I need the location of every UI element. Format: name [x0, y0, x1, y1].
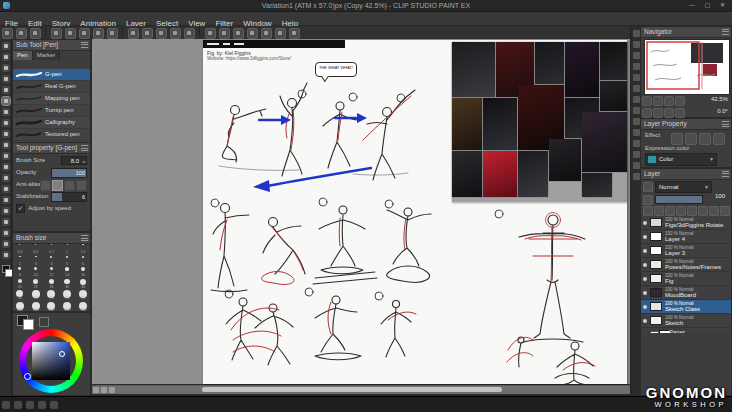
brush-size-preset-4[interactable]: 4 — [44, 255, 60, 267]
brush-item-real-g-pen[interactable]: Real G-pen — [13, 81, 90, 93]
hue-ring[interactable] — [19, 329, 83, 393]
zoom-tool-icon[interactable] — [2, 251, 10, 259]
brush-size-preset-20[interactable]: 20 — [12, 278, 28, 290]
brush-size-preset-6[interactable]: 6 — [75, 255, 91, 267]
ruler-tool-icon[interactable] — [2, 218, 10, 226]
lock-layer-icon[interactable] — [698, 206, 708, 216]
snap-to-special-ruler-icon[interactable] — [233, 28, 244, 39]
decoration-tool-icon[interactable] — [2, 141, 10, 149]
extract-line-effect-icon[interactable] — [713, 133, 725, 145]
canvas-page[interactable]: Fig. by: Kiel Figgins Website: https://w… — [203, 40, 627, 384]
layer-visibility-eye-icon[interactable] — [643, 333, 647, 334]
layer-row-figs-3dfiggins-rotate[interactable]: 100 % NormalFigs/3dFiggins Rotate — [641, 216, 731, 230]
sv-marker[interactable] — [59, 351, 65, 357]
minimize-button[interactable]: — — [689, 2, 699, 8]
pencil-tool-icon[interactable] — [2, 108, 10, 116]
dock-navigator-icon[interactable] — [633, 52, 640, 59]
brush-size-preset-14[interactable]: 14 — [59, 266, 75, 278]
panel-menu-icon[interactable] — [722, 29, 729, 35]
layer-visibility-eye-icon[interactable] — [643, 235, 647, 239]
zoom-in-icon[interactable] — [664, 96, 674, 106]
dock-layer-icon[interactable] — [633, 107, 640, 114]
new-raster-layer-icon[interactable] — [643, 206, 653, 216]
tool-main-sub-colors[interactable] — [2, 265, 10, 275]
panel-menu-icon[interactable] — [81, 42, 88, 48]
panel-menu-icon[interactable] — [722, 171, 729, 177]
brush-size-preset-60[interactable]: 60 — [28, 289, 44, 301]
zoom-in-icon[interactable] — [142, 28, 153, 39]
brush-size-preset-1[interactable]: 1 — [59, 243, 75, 255]
brush-size-preset-1-5[interactable]: 1.5 — [75, 243, 91, 255]
panel-menu-icon[interactable] — [722, 121, 729, 127]
dock-layer-property-icon[interactable] — [633, 118, 640, 125]
brush-item-g-pen[interactable]: G-pen — [13, 69, 90, 81]
clip-to-layer-below-icon[interactable] — [687, 206, 697, 216]
layer-visibility-eye-icon[interactable] — [643, 305, 647, 309]
dock-quick-access-icon[interactable] — [633, 30, 640, 37]
flip-view-icon[interactable] — [275, 28, 286, 39]
snap-to-ruler-icon[interactable] — [219, 28, 230, 39]
brush-size-preset-90[interactable]: 90 — [75, 289, 91, 301]
dock-information-icon[interactable] — [633, 74, 640, 81]
paste-icon[interactable] — [107, 28, 118, 39]
brush-tool-icon[interactable] — [2, 119, 10, 127]
brush-size-preset-100[interactable]: 100 — [12, 301, 28, 313]
lock-transparent-pixels-icon[interactable] — [709, 206, 719, 216]
blend-mode-select[interactable]: Normal▼ — [655, 181, 712, 193]
rotate-reset-icon[interactable] — [184, 28, 195, 39]
save-icon[interactable] — [30, 28, 41, 39]
stabilization-slider[interactable]: 6 — [51, 192, 87, 202]
layer-visibility-eye-icon[interactable] — [643, 277, 647, 281]
transfer-down-icon[interactable] — [665, 206, 675, 216]
eraser-tool-icon[interactable] — [2, 152, 10, 160]
dock-material-icon[interactable] — [633, 41, 640, 48]
redo-icon[interactable] — [65, 28, 76, 39]
brush-size-preset-70[interactable]: 70 — [44, 289, 60, 301]
navigator-thumbnail[interactable] — [644, 39, 730, 95]
brush-size-preset-300[interactable]: 300 — [75, 301, 91, 313]
print-settings-icon[interactable] — [289, 28, 300, 39]
brush-size-input[interactable]: 8.0 — [61, 156, 87, 165]
eyedropper-tool-icon[interactable] — [2, 86, 10, 94]
dock-timeline-icon[interactable] — [633, 140, 640, 147]
auto-select-tool-icon[interactable] — [2, 75, 10, 83]
layer-row-paper[interactable]: ✓Paper — [641, 328, 731, 333]
brush-size-preset-200[interactable]: 200 — [44, 301, 60, 313]
layer-row-layer-3[interactable]: 100 % NormalLayer 3 — [641, 244, 731, 258]
gradient-tool-icon[interactable] — [2, 185, 10, 193]
panel-menu-icon[interactable] — [81, 235, 88, 241]
status-clock-icon[interactable] — [38, 401, 46, 409]
dock-sub-view-icon[interactable] — [633, 63, 640, 70]
dock-tool-icon[interactable] — [633, 151, 640, 158]
layer-visibility-eye-icon[interactable] — [643, 221, 647, 225]
scrollbar-thumb[interactable] — [202, 387, 502, 392]
brush-item-turnip-pen[interactable]: Turnip pen — [13, 105, 90, 117]
operation-tool-icon[interactable] — [2, 42, 10, 50]
layer-visibility-eye-icon[interactable] — [643, 249, 647, 253]
brush-size-preset-0-3[interactable]: 0.3 — [12, 243, 28, 255]
dock-auto-action-icon[interactable] — [633, 96, 640, 103]
brush-size-preset-16[interactable]: 16 — [75, 266, 91, 278]
flip-horizontal-icon[interactable] — [675, 108, 685, 118]
dock-sub-tool-icon[interactable] — [633, 162, 640, 169]
layer-visibility-eye-icon[interactable] — [643, 263, 647, 267]
brush-item-calligraphy[interactable]: Calligraphy — [13, 117, 90, 129]
cut-icon[interactable] — [79, 28, 90, 39]
hue-marker[interactable] — [24, 373, 31, 380]
blend-tool-icon[interactable] — [2, 163, 10, 171]
brush-size-preset-0-7[interactable]: 0.7 — [44, 243, 60, 255]
brush-size-preset-30[interactable]: 30 — [44, 278, 60, 290]
expression-color-select[interactable]: Color▼ — [645, 153, 717, 166]
fit-view-button[interactable] — [93, 387, 99, 393]
frame-border-tool-icon[interactable] — [2, 207, 10, 215]
sub-color-swatch[interactable] — [23, 319, 34, 330]
paper-checkbox[interactable]: ✓ — [650, 331, 659, 333]
brush-size-preset-40[interactable]: 40 — [75, 278, 91, 290]
rotate-slider-icon[interactable] — [653, 108, 663, 118]
brush-size-preset-12[interactable]: 12 — [44, 266, 60, 278]
rotate-left-icon[interactable] — [642, 108, 652, 118]
layer-opacity-slider[interactable] — [655, 195, 703, 204]
brush-size-preset-25[interactable]: 25 — [28, 278, 44, 290]
tone-effect-icon[interactable] — [685, 133, 697, 145]
show-transparency-icon[interactable] — [261, 28, 272, 39]
